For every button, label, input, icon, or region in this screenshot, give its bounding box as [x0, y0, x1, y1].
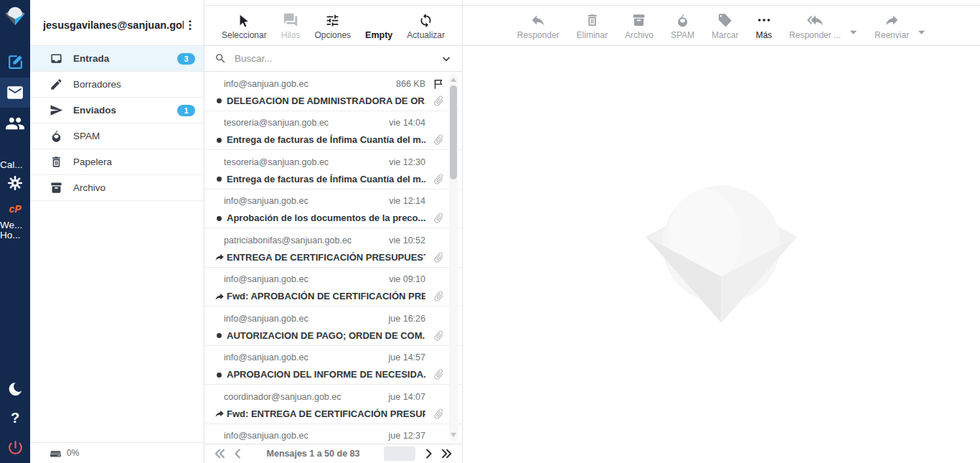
- message-list-pane: Seleccionar Hilos Opciones Empty Actuali…: [204, 0, 463, 463]
- webmail-home-label-line1[interactable]: We...: [0, 220, 30, 230]
- spam-flame-icon: [675, 12, 690, 28]
- message-list-item[interactable]: info@sanjuan.gob.ec vie 12:14 Aprobación…: [204, 190, 462, 229]
- message-list-item[interactable]: info@sanjuan.gob.ec 866 KB DELEGACION DE…: [204, 72, 462, 111]
- sidebar-folder-item[interactable]: Borradores: [30, 72, 204, 98]
- chat-bubbles-icon: [283, 12, 298, 28]
- first-page-button[interactable]: [213, 449, 226, 459]
- spam-flame-icon: [50, 129, 63, 143]
- archive-button[interactable]: Archivo: [625, 12, 654, 40]
- message-list-item[interactable]: info@sanjuan.gob.ec vie 09:10 Fwd: APROB…: [204, 268, 462, 307]
- message-sender: tesoreria@sanjuan.gob.ec: [215, 118, 389, 128]
- message-sender: info@sanjuan.gob.ec: [215, 274, 389, 284]
- flag-icon: [425, 78, 445, 90]
- message-list-item[interactable]: info@sanjuan.gob.ec jue 14:57 APROBACION…: [204, 346, 462, 385]
- message-date-or-size: 866 KB: [396, 79, 425, 89]
- mail-icon: [6, 83, 24, 102]
- message-date-or-size: vie 12:30: [389, 157, 425, 167]
- account-email: jesusgavilanes@sanjuan.gob.ec: [43, 19, 184, 31]
- message-sender: info@sanjuan.gob.ec: [215, 352, 389, 363]
- power-icon: [6, 439, 24, 457]
- message-date-or-size: vie 12:14: [389, 196, 425, 206]
- message-date-or-size: jue 16:26: [389, 314, 425, 324]
- kebab-menu-icon[interactable]: [184, 19, 197, 32]
- attachment-paperclip-icon: [425, 251, 445, 263]
- message-sender: info@sanjuan.gob.ec: [215, 196, 389, 206]
- search-input[interactable]: [233, 52, 434, 65]
- scrollbar-down-arrow[interactable]: [451, 433, 456, 437]
- message-list-item[interactable]: info@sanjuan.gob.ec jue 12:37: [204, 424, 462, 444]
- unread-count-badge: 3: [177, 53, 195, 65]
- message-list-item[interactable]: patriciabonifas@sanjuan.gob.ec vie 10:52…: [204, 228, 462, 268]
- empty-button[interactable]: Empty: [365, 12, 392, 40]
- options-button[interactable]: Opciones: [314, 12, 351, 40]
- spam-button[interactable]: SPAM: [671, 12, 694, 40]
- folder-label: Papelera: [73, 156, 177, 167]
- select-button[interactable]: Seleccionar: [222, 12, 267, 40]
- folder-label: Enviados: [73, 105, 177, 116]
- message-list-item[interactable]: tesoreria@sanjuan.gob.ec vie 12:30 Entre…: [204, 150, 462, 190]
- next-page-button[interactable]: [424, 449, 433, 459]
- list-toolbar: Seleccionar Hilos Opciones Empty Actuali…: [204, 5, 462, 46]
- last-page-button[interactable]: [440, 449, 453, 459]
- message-subject: AUTORIZACION DE PAGO; ORDEN DE COM...: [227, 330, 425, 341]
- help-button[interactable]: ?: [0, 410, 30, 426]
- contacts-button[interactable]: [0, 113, 30, 134]
- message-subject: DELEGACION DE ADMINISTRADORA DE OR...: [227, 95, 425, 106]
- forward-icon: [883, 12, 900, 28]
- search-icon: [215, 52, 227, 65]
- search-options-chevron-icon[interactable]: [440, 53, 452, 65]
- cpanel-logo: cP: [9, 203, 21, 215]
- reply-button[interactable]: Responder: [517, 12, 560, 40]
- reply-all-icon: [806, 12, 824, 28]
- sidebar-folder-item[interactable]: Archivo: [30, 175, 204, 201]
- dark-mode-button[interactable]: [0, 380, 30, 398]
- reply-all-dropdown-caret-icon[interactable]: [849, 29, 857, 35]
- roundcube-logo-icon: [0, 6, 30, 26]
- threads-button[interactable]: Hilos: [281, 12, 301, 40]
- refresh-button[interactable]: Actualizar: [407, 12, 445, 40]
- scrollbar-up-arrow[interactable]: [451, 78, 456, 82]
- attachment-paperclip-icon: [425, 329, 445, 342]
- page-number-input[interactable]: [384, 446, 415, 461]
- cpanel-button[interactable]: cP: [0, 203, 30, 215]
- message-sender: coordinador@sanjuan.gob.ec: [215, 392, 389, 402]
- message-sender: tesoreria@sanjuan.gob.ec: [215, 157, 389, 167]
- paper-plane-icon: [50, 103, 63, 117]
- settings-button[interactable]: [0, 174, 30, 192]
- unread-dot-icon: [215, 213, 224, 223]
- webmail-home-label-line2[interactable]: Ho...: [0, 230, 30, 240]
- cursor-icon: [237, 12, 251, 28]
- compose-icon: [6, 53, 24, 71]
- sidebar-folder-item[interactable]: Papelera: [30, 149, 204, 175]
- message-subject: APROBACION DEL INFORME DE NECESIDA...: [227, 369, 425, 380]
- sidebar-folder-item[interactable]: Enviados 1: [30, 98, 204, 123]
- quota-percentage: 0%: [67, 448, 79, 458]
- calendar-nav-label[interactable]: Cal...: [0, 159, 30, 170]
- reply-all-button[interactable]: Responder ...: [789, 12, 841, 40]
- sidebar-folder-item[interactable]: Entrada 3: [30, 46, 204, 72]
- taskbar: Cal... cP We... Ho... ?: [0, 0, 30, 463]
- pagination-summary: Mensajes 1 a 50 de 83: [250, 449, 377, 459]
- reply-icon: [529, 12, 547, 28]
- forward-button[interactable]: Reenviar: [875, 12, 909, 40]
- sidebar-folder-item[interactable]: SPAM: [30, 123, 204, 149]
- attachment-paperclip-icon: [425, 212, 445, 224]
- unread-dot-icon: [215, 174, 224, 183]
- message-list-item[interactable]: info@sanjuan.gob.ec jue 16:26 AUTORIZACI…: [204, 307, 462, 346]
- message-sender: info@sanjuan.gob.ec: [215, 431, 389, 441]
- more-button[interactable]: Más: [755, 12, 772, 40]
- forward-dropdown-caret-icon[interactable]: [918, 29, 925, 35]
- prev-page-button[interactable]: [233, 449, 242, 459]
- list-scrollbar[interactable]: [449, 73, 458, 441]
- folder-sidebar: jesusgavilanes@sanjuan.gob.ec Entrada 3 …: [30, 0, 204, 463]
- message-list-item[interactable]: tesoreria@sanjuan.gob.ec vie 14:04 Entre…: [204, 111, 462, 151]
- sliders-icon: [325, 12, 340, 28]
- scrollbar-thumb[interactable]: [450, 85, 457, 179]
- message-list-item[interactable]: coordinador@sanjuan.gob.ec jue 14:07 Fwd…: [204, 385, 462, 424]
- mail-nav-button[interactable]: [0, 78, 30, 108]
- message-subject: ENTREGA DE CERTIFICACIÓN PRESUPUEST...: [227, 252, 425, 263]
- mark-button[interactable]: Marcar: [712, 12, 738, 40]
- logout-button[interactable]: [0, 439, 30, 457]
- compose-button[interactable]: [0, 53, 30, 71]
- delete-button[interactable]: Eliminar: [577, 12, 608, 40]
